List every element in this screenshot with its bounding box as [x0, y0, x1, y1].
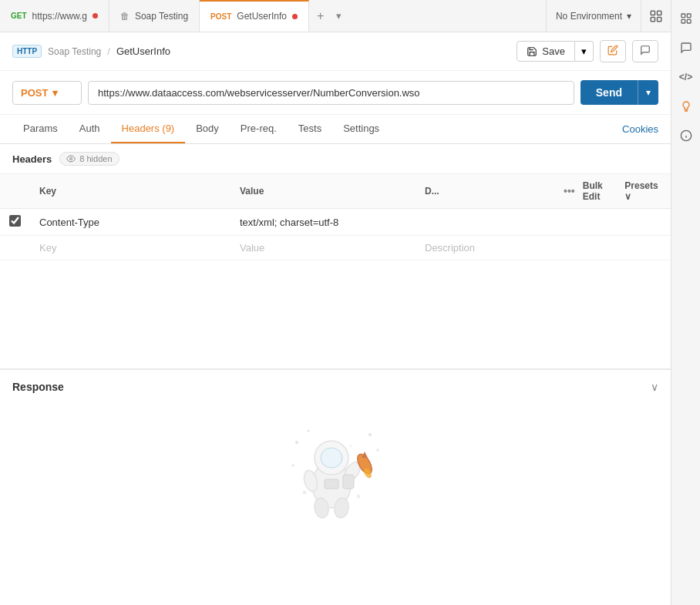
placeholder-actions: [554, 236, 671, 260]
bulb-icon-button[interactable]: [674, 94, 698, 119]
hidden-count: 8 hidden: [79, 154, 112, 163]
send-arrow-icon: ▾: [646, 87, 651, 98]
save-dropdown-button[interactable]: ▾: [575, 41, 594, 62]
table-row: Content-Type text/xml; charset=utf-8: [0, 209, 671, 236]
comment-button[interactable]: [632, 40, 658, 62]
comments-icon-button[interactable]: [674, 35, 698, 60]
tab-get[interactable]: GET https://www.g: [0, 0, 109, 32]
method-chevron-icon: ▾: [52, 87, 58, 99]
code-icon-button[interactable]: </>: [674, 65, 698, 89]
http-badge: HTTP: [12, 45, 42, 58]
send-dropdown-button[interactable]: ▾: [638, 80, 658, 105]
svg-rect-12: [343, 475, 354, 489]
th-value: Value: [231, 174, 416, 209]
tab-prereq[interactable]: Pre-req.: [230, 115, 288, 143]
send-button[interactable]: Send: [581, 80, 638, 105]
tab-post-dot: [292, 14, 298, 19]
request-tabs: Params Auth Headers (9) Body Pre-req. Te…: [0, 115, 671, 144]
tab-get-url: https://www.g: [32, 11, 87, 22]
info-icon: [680, 129, 692, 142]
th-desc: D...: [416, 174, 554, 209]
env-label: No Environment: [556, 11, 622, 22]
chevron-down-icon: ▾: [336, 10, 342, 22]
response-toggle-icon: ∨: [651, 381, 658, 393]
send-label: Send: [596, 86, 622, 99]
cookies-button[interactable]: Cookies: [622, 116, 658, 143]
presets-button[interactable]: Presets ∨: [624, 180, 661, 202]
info-icon-button[interactable]: [674, 123, 698, 148]
placeholder-checkbox-cell: [0, 236, 30, 260]
svg-point-21: [292, 465, 294, 467]
send-button-group: Send ▾: [581, 80, 658, 105]
svg-rect-28: [681, 19, 685, 23]
edit-button[interactable]: [600, 40, 626, 62]
response-label: Response: [12, 381, 64, 393]
tab-tests[interactable]: Tests: [288, 115, 332, 143]
breadcrumb: HTTP Soap Testing / GetUserInfo: [12, 45, 170, 58]
row-checkbox[interactable]: [9, 215, 21, 227]
header-more-icon[interactable]: •••: [564, 185, 575, 197]
tab-auth[interactable]: Auth: [69, 115, 111, 143]
tab-get-dot: [93, 13, 98, 18]
breadcrumb-separator: /: [107, 45, 110, 57]
th-key: Key: [30, 174, 231, 209]
tab-post-getuserinfo[interactable]: POST GetUserInfo: [200, 0, 309, 32]
table-row-placeholder: Key Value Description: [0, 236, 671, 260]
url-input[interactable]: [88, 81, 574, 105]
placeholder-key[interactable]: Key: [30, 236, 231, 260]
tab-headers[interactable]: Headers (9): [111, 115, 186, 143]
bulk-edit-button[interactable]: Bulk Edit: [583, 180, 618, 202]
astronaut-illustration: [281, 412, 389, 519]
svg-rect-13: [325, 479, 338, 489]
tab-params[interactable]: Params: [12, 115, 69, 143]
tab-overflow-button[interactable]: ▾: [331, 0, 346, 32]
row-key[interactable]: Content-Type: [30, 209, 231, 236]
headers-table: Key Value D... ••• Bulk Edit Presets ∨ C…: [0, 174, 671, 260]
tab-soap-testing[interactable]: 🗑 Soap Testing: [109, 0, 200, 32]
svg-point-22: [303, 491, 306, 494]
row-desc[interactable]: [416, 209, 554, 236]
chat-icon: [680, 42, 692, 54]
method-select[interactable]: POST ▾: [12, 81, 82, 105]
post-method-label: POST: [210, 12, 231, 21]
response-section[interactable]: Response ∨: [0, 368, 671, 404]
bulb-icon: [680, 100, 692, 113]
save-label: Save: [542, 45, 565, 57]
row-actions: [554, 209, 671, 236]
collection-name[interactable]: Soap Testing: [48, 46, 101, 57]
hidden-headers-badge[interactable]: 8 hidden: [59, 152, 119, 166]
svg-rect-0: [651, 11, 655, 15]
right-sidebar: </>: [671, 0, 700, 527]
url-bar: POST ▾ Send ▾: [0, 71, 671, 115]
svg-point-19: [369, 433, 372, 436]
environment-selector[interactable]: No Environment ▾: [546, 0, 641, 32]
tab-soap-label: Soap Testing: [135, 11, 188, 22]
headers-label-row: Headers 8 hidden: [0, 144, 671, 174]
method-value: POST: [21, 87, 48, 99]
settings-icon-button[interactable]: [641, 0, 671, 32]
svg-rect-26: [681, 14, 685, 18]
headers-label: Headers: [12, 153, 52, 165]
tab-post-label: GetUserInfo: [237, 11, 287, 22]
svg-point-23: [357, 495, 360, 498]
th-checkbox: [0, 174, 30, 209]
eye-icon: [66, 154, 76, 163]
placeholder-desc[interactable]: Description: [416, 236, 554, 260]
request-name: GetUserInfo: [116, 45, 170, 57]
collections-icon-button[interactable]: [674, 6, 698, 31]
breadcrumb-bar: HTTP Soap Testing / GetUserInfo Save ▾: [0, 32, 671, 71]
placeholder-value[interactable]: Value: [231, 236, 416, 260]
code-icon: </>: [679, 72, 692, 82]
row-checkbox-cell[interactable]: [0, 209, 30, 236]
svg-point-20: [377, 449, 379, 452]
tab-body[interactable]: Body: [185, 115, 230, 143]
row-value[interactable]: text/xml; charset=utf-8: [231, 209, 416, 236]
svg-point-7: [321, 448, 342, 468]
tab-settings[interactable]: Settings: [332, 115, 390, 143]
svg-point-25: [350, 445, 352, 448]
svg-point-4: [70, 158, 72, 160]
save-icon: [527, 46, 537, 57]
add-tab-button[interactable]: +: [309, 0, 331, 32]
save-dropdown-chevron: ▾: [581, 45, 587, 57]
save-button[interactable]: Save: [517, 41, 575, 62]
